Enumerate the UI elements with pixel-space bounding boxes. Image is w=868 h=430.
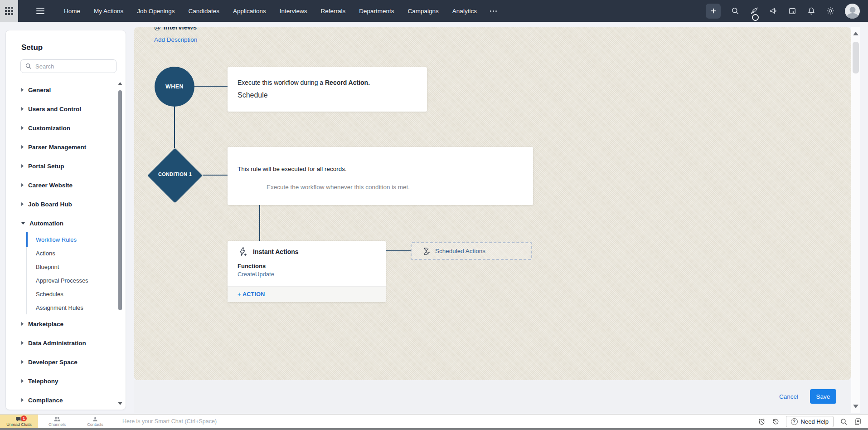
sidebar-subitem-blueprint[interactable]: Blueprint [36, 260, 126, 274]
connector-instant-scheduled [386, 250, 411, 251]
add-action-button[interactable]: + ACTION [238, 291, 265, 298]
tab-label: Unread Chats [6, 422, 32, 427]
sidebar-title: Setup [21, 43, 126, 52]
condition-rule-text: This rule will be executed for all recor… [238, 166, 520, 172]
nav-item-my-actions[interactable]: My Actions [87, 8, 130, 15]
contact-person-icon [92, 416, 98, 422]
feedback-notes-icon[interactable] [854, 418, 862, 425]
sidebar-item-career-website[interactable]: Career Website [6, 176, 126, 195]
instant-actions-group: Functions [228, 257, 386, 269]
sidebar-subitem-assignment-rules[interactable]: Assignment Rules [36, 301, 126, 314]
chevron-right-icon [21, 398, 24, 402]
waffle-grid-icon [5, 7, 13, 15]
sidebar-item-parser-management[interactable]: Parser Management [6, 137, 126, 156]
connector-condition-card [203, 175, 228, 176]
announcement-icon[interactable] [769, 6, 778, 15]
smart-chat-input[interactable] [122, 418, 758, 425]
sidebar-item-compliance[interactable]: Compliance [6, 391, 126, 410]
sidebar-item-telephony[interactable]: Telephony [6, 371, 126, 391]
need-help-button[interactable]: ? Need Help [786, 416, 834, 427]
notifications-bell-icon[interactable] [807, 6, 816, 15]
search-icon[interactable] [840, 418, 848, 425]
avatar-head-shape [849, 7, 855, 13]
scroll-down-arrow-icon[interactable] [853, 405, 858, 408]
scrollbar-thumb[interactable] [853, 42, 859, 73]
nav-utilities [706, 4, 868, 19]
nav-item-referrals[interactable]: Referrals [314, 8, 353, 15]
nav-item-candidates[interactable]: Candidates [182, 8, 226, 15]
tab-contacts[interactable]: Contacts [76, 415, 114, 429]
tab-unread-chats[interactable]: Unread Chats 1 [0, 415, 38, 429]
nav-item-home[interactable]: Home [57, 8, 87, 15]
nav-item-interviews[interactable]: Interviews [273, 8, 314, 15]
automation-sublist: Workflow Rules Actions Blueprint Approva… [26, 233, 126, 314]
menu-icon[interactable] [36, 8, 44, 14]
sidebar-item-developer-space[interactable]: Developer Space [6, 352, 126, 371]
sidebar-item-automation[interactable]: Automation [6, 214, 126, 233]
scroll-up-arrow-icon[interactable] [118, 82, 122, 85]
sidebar-subitem-approval-processes[interactable]: Approval Processes [36, 274, 126, 287]
sidebar-item-general[interactable]: General [6, 80, 126, 99]
chevron-right-icon [21, 341, 24, 345]
sidebar-subitem-workflow-rules[interactable]: Workflow Rules [36, 233, 126, 246]
sidebar-subitem-schedules[interactable]: Schedules [36, 287, 126, 301]
instant-actions-card[interactable]: Instant Actions Functions CreateUpdate +… [228, 241, 386, 302]
scroll-down-arrow-icon[interactable] [118, 402, 122, 405]
chevron-right-icon [21, 145, 24, 149]
settings-gear-icon[interactable] [826, 6, 835, 15]
search-icon[interactable] [731, 6, 740, 15]
nav-item-job-openings[interactable]: Job Openings [130, 8, 181, 15]
hourglass-plus-icon [422, 247, 431, 256]
alarm-clock-icon[interactable] [758, 418, 766, 425]
page-scrollbar[interactable] [851, 27, 860, 413]
nav-item-departments[interactable]: Departments [352, 8, 401, 15]
cancel-button[interactable]: Cancel [779, 393, 798, 400]
unread-count-badge: 1 [21, 415, 27, 421]
sidebar-search-input[interactable] [20, 59, 116, 73]
user-avatar[interactable] [845, 4, 860, 19]
condition-card[interactable]: This rule will be executed for all recor… [228, 147, 533, 205]
condition-node[interactable] [147, 148, 203, 203]
scrollbar-thumb[interactable] [118, 90, 122, 310]
plus-icon [709, 7, 718, 15]
chevron-right-icon [21, 88, 24, 92]
nav-item-campaigns[interactable]: Campaigns [401, 8, 446, 15]
chevron-right-icon [21, 202, 24, 206]
sidebar-subitem-actions[interactable]: Actions [36, 246, 126, 260]
tab-channels[interactable]: Channels [38, 415, 76, 429]
sidebar-item-users-and-control[interactable]: Users and Control [6, 99, 126, 118]
nav-overflow-icon[interactable] [484, 10, 503, 12]
condition-execute-text: Execute the workflow whenever this condi… [238, 184, 520, 191]
sidebar-item-customization[interactable]: Customization [6, 118, 126, 137]
avatar-body-shape [847, 13, 858, 19]
setup-sidebar: Setup General Users and Control Customiz… [5, 30, 126, 410]
sidebar-item-marketplace[interactable]: Marketplace [6, 314, 126, 333]
tab-label: Channels [48, 422, 66, 427]
when-node[interactable]: WHEN [155, 67, 194, 107]
sidebar-item-portal-setup[interactable]: Portal Setup [6, 156, 126, 176]
nav-item-analytics[interactable]: Analytics [446, 8, 484, 15]
quick-create-button[interactable] [706, 4, 721, 19]
chevron-right-icon [21, 126, 24, 130]
when-description: Execute this workflow during a Record Ac… [238, 79, 415, 86]
nav-item-applications[interactable]: Applications [226, 8, 273, 15]
action-footer: Cancel Save [134, 380, 851, 413]
scroll-up-arrow-icon[interactable] [853, 32, 858, 35]
chevron-right-icon [21, 322, 24, 326]
instant-action-function-link[interactable]: CreateUpdate [228, 269, 386, 278]
when-trigger-value: Schedule [238, 91, 415, 99]
history-icon[interactable] [772, 418, 780, 425]
add-description-link[interactable]: Add Description [154, 36, 197, 43]
channels-people-icon [53, 416, 61, 422]
sidebar-item-job-board-hub[interactable]: Job Board Hub [6, 195, 126, 214]
setup-tree: General Users and Control Customization … [6, 80, 126, 233]
sidebar-search [20, 59, 116, 73]
save-button[interactable]: Save [810, 389, 836, 404]
connector-when-condition [174, 107, 175, 148]
sidebar-item-data-administration[interactable]: Data Administration [6, 333, 126, 352]
sidebar-scrollbar[interactable] [117, 81, 123, 406]
scheduled-actions-box[interactable]: Scheduled Actions [411, 242, 532, 260]
app-launcher-icon[interactable] [0, 0, 18, 22]
when-card[interactable]: Execute this workflow during a Record Ac… [228, 67, 427, 112]
calendar-icon[interactable] [788, 6, 797, 15]
